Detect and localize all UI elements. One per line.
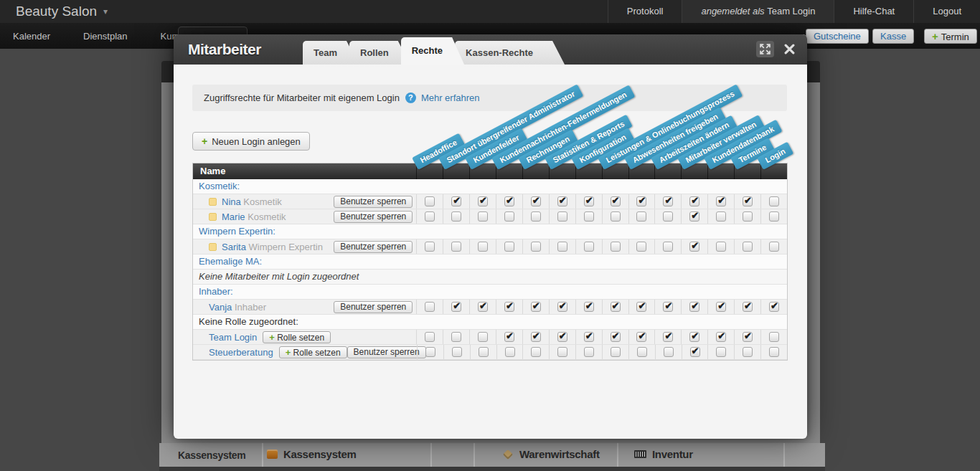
new-termin-button[interactable]: +Termin (924, 29, 977, 44)
tab-rechte[interactable]: Rechte (401, 37, 464, 65)
topbar-hilfe-chat[interactable]: Hilfe-Chat (834, 0, 913, 23)
employee-name-link[interactable]: Vanja (209, 302, 232, 313)
set-role-button[interactable]: + Rolle setzen (279, 346, 347, 358)
permission-checkbox[interactable] (425, 211, 435, 222)
permission-checkbox[interactable] (584, 242, 594, 252)
permission-checkbox[interactable] (557, 347, 567, 357)
tab-kassen-rechte[interactable]: Kassen-Rechte (455, 41, 565, 65)
permission-checkbox[interactable] (716, 302, 726, 312)
permission-checkbox[interactable] (557, 242, 567, 252)
permission-checkbox[interactable] (743, 302, 753, 312)
permission-checkbox[interactable] (663, 242, 673, 252)
permission-checkbox[interactable] (664, 347, 674, 357)
permission-checkbox[interactable] (531, 302, 541, 312)
permission-checkbox[interactable] (769, 302, 779, 312)
permission-checkbox[interactable] (716, 332, 726, 342)
fullscreen-icon[interactable] (756, 41, 774, 57)
permission-checkbox[interactable] (557, 302, 567, 312)
permission-checkbox[interactable] (505, 347, 515, 357)
employee-name-link[interactable]: Marie (222, 211, 245, 222)
permission-checkbox[interactable] (611, 242, 621, 252)
permission-checkbox[interactable] (636, 211, 646, 222)
permission-checkbox[interactable] (504, 211, 514, 222)
permission-checkbox[interactable] (663, 211, 673, 222)
employee-name-link[interactable]: Nina (222, 196, 241, 207)
topbar-protokoll[interactable]: Protokoll (608, 0, 682, 23)
permission-checkbox[interactable] (584, 196, 594, 206)
permission-checkbox[interactable] (531, 347, 541, 357)
employee-name-link[interactable]: Steuerberatung (209, 347, 273, 358)
permission-checkbox[interactable] (743, 242, 753, 252)
permission-checkbox[interactable] (479, 347, 489, 357)
permission-checkbox[interactable] (689, 242, 699, 252)
permission-checkbox[interactable] (531, 211, 541, 222)
permission-checkbox[interactable] (531, 332, 541, 342)
lock-user-button[interactable]: Benutzer sperren (334, 301, 413, 313)
kasse-button[interactable]: Kasse (872, 29, 914, 44)
permission-checkbox[interactable] (743, 347, 753, 357)
lock-user-button[interactable]: Benutzer sperren (334, 241, 413, 253)
permission-checkbox[interactable] (689, 332, 699, 342)
permission-checkbox[interactable] (689, 211, 699, 222)
permission-checkbox[interactable] (478, 332, 488, 342)
employee-name-link[interactable]: Team Login (209, 332, 257, 343)
permission-checkbox[interactable] (690, 347, 700, 357)
permission-checkbox[interactable] (425, 332, 435, 342)
permission-checkbox[interactable] (611, 211, 621, 222)
permission-checkbox[interactable] (611, 347, 621, 357)
permission-checkbox[interactable] (769, 196, 779, 206)
permission-checkbox[interactable] (716, 242, 726, 252)
permission-checkbox[interactable] (425, 302, 435, 312)
permission-checkbox[interactable] (743, 196, 753, 206)
permission-checkbox[interactable] (611, 196, 621, 206)
permission-checkbox[interactable] (557, 211, 567, 222)
nav-item-kalender[interactable]: Kalender (13, 31, 50, 42)
permission-checkbox[interactable] (531, 242, 541, 252)
permission-checkbox[interactable] (769, 242, 779, 252)
permission-checkbox[interactable] (636, 302, 646, 312)
permission-checkbox[interactable] (769, 211, 779, 222)
permission-checkbox[interactable] (663, 332, 673, 342)
permission-checkbox[interactable] (716, 211, 726, 222)
permission-checkbox[interactable] (663, 196, 673, 206)
permission-checkbox[interactable] (478, 242, 488, 252)
permission-checkbox[interactable] (478, 302, 488, 312)
permission-checkbox[interactable] (689, 196, 699, 206)
permission-checkbox[interactable] (557, 332, 567, 342)
permission-checkbox[interactable] (504, 196, 514, 206)
permission-checkbox[interactable] (636, 242, 646, 252)
permission-checkbox[interactable] (451, 242, 461, 252)
permission-checkbox[interactable] (584, 211, 594, 222)
permission-checkbox[interactable] (451, 196, 461, 206)
permission-checkbox[interactable] (425, 242, 435, 252)
permission-checkbox[interactable] (636, 332, 646, 342)
permission-checkbox[interactable] (452, 347, 462, 357)
permission-checkbox[interactable] (584, 347, 594, 357)
employee-name-link[interactable]: Sarita (222, 242, 246, 252)
permission-checkbox[interactable] (611, 332, 621, 342)
permission-checkbox[interactable] (663, 302, 673, 312)
brand-menu[interactable]: Beauty Salon ▾ (0, 4, 108, 19)
permission-checkbox[interactable] (531, 196, 541, 206)
permission-checkbox[interactable] (611, 302, 621, 312)
permission-checkbox[interactable] (478, 196, 488, 206)
lock-user-button[interactable]: Benutzer sperren (347, 346, 426, 358)
permission-checkbox[interactable] (504, 242, 514, 252)
permission-checkbox[interactable] (504, 332, 514, 342)
permission-checkbox[interactable] (425, 196, 435, 206)
permission-checkbox[interactable] (584, 332, 594, 342)
new-login-button[interactable]: + Neuen Login anlegen (192, 132, 310, 151)
mehr-erfahren-link[interactable]: Mehr erfahren (421, 92, 480, 103)
permission-checkbox[interactable] (769, 347, 779, 357)
nav-item-dienstplan[interactable]: Dienstplan (83, 31, 127, 42)
permission-checkbox[interactable] (743, 332, 753, 342)
help-icon[interactable]: ? (405, 92, 416, 103)
permission-checkbox[interactable] (716, 196, 726, 206)
topbar-logout[interactable]: Logout (913, 0, 980, 23)
lock-user-button[interactable]: Benutzer sperren (334, 196, 413, 208)
permission-checkbox[interactable] (716, 347, 726, 357)
permission-checkbox[interactable] (557, 196, 567, 206)
permission-checkbox[interactable] (451, 302, 461, 312)
permission-checkbox[interactable] (743, 211, 753, 222)
permission-checkbox[interactable] (451, 332, 461, 342)
